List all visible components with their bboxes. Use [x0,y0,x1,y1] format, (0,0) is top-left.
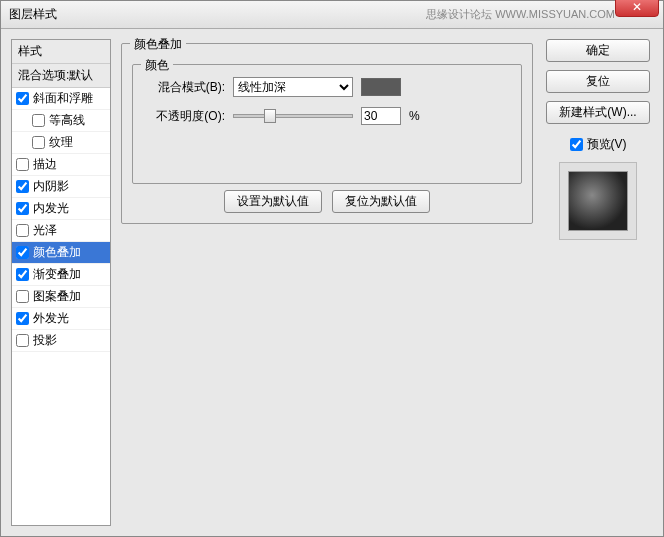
sidebar-item-label: 等高线 [49,112,85,129]
color-swatch[interactable] [361,78,401,96]
main-panel: 颜色叠加 颜色 混合模式(B): 线性加深 不透明度(O): [121,39,533,526]
sidebar-item-label: 纹理 [49,134,73,151]
opacity-label: 不透明度(O): [145,108,225,125]
sidebar-item-label: 投影 [33,332,57,349]
sidebar-item-label: 图案叠加 [33,288,81,305]
color-group: 颜色 混合模式(B): 线性加深 不透明度(O): [132,64,522,184]
sidebar-checkbox-3[interactable] [16,158,29,171]
close-icon: ✕ [632,0,642,14]
cancel-button[interactable]: 复位 [546,70,650,93]
opacity-row: 不透明度(O): % [145,107,509,125]
opacity-input[interactable] [361,107,401,125]
sidebar-item-label: 内发光 [33,200,69,217]
sidebar-checkbox-0[interactable] [16,92,29,105]
preview-check-row: 预览(V) [570,136,627,153]
sidebar-blend-options[interactable]: 混合选项:默认 [12,64,110,88]
opacity-unit: % [409,109,420,123]
opacity-slider[interactable] [233,114,353,118]
close-button[interactable]: ✕ [615,0,659,17]
ok-button[interactable]: 确定 [546,39,650,62]
sidebar-item-7[interactable]: 颜色叠加 [12,242,110,264]
sidebar-item-label: 渐变叠加 [33,266,81,283]
preview-thumbnail [568,171,628,231]
blend-mode-label: 混合模式(B): [145,79,225,96]
sidebar-checkbox-4[interactable] [16,180,29,193]
titlebar: 图层样式 思缘设计论坛 WWW.MISSYUAN.COM ✕ [1,1,663,29]
sidebar-item-0[interactable]: 斜面和浮雕 [12,88,110,110]
sidebar-item-10[interactable]: 外发光 [12,308,110,330]
preview-checkbox[interactable] [570,138,583,151]
sidebar-item-1[interactable]: 等高线 [12,110,110,132]
sidebar-item-3[interactable]: 描边 [12,154,110,176]
sidebar-item-9[interactable]: 图案叠加 [12,286,110,308]
sidebar-item-5[interactable]: 内发光 [12,198,110,220]
blend-mode-select[interactable]: 线性加深 [233,77,353,97]
sidebar-item-4[interactable]: 内阴影 [12,176,110,198]
section-title: 颜色叠加 [130,36,186,53]
sidebar-item-label: 颜色叠加 [33,244,81,261]
sidebar-checkbox-5[interactable] [16,202,29,215]
sidebar-item-label: 描边 [33,156,57,173]
sidebar-item-8[interactable]: 渐变叠加 [12,264,110,286]
sidebar-checkbox-9[interactable] [16,290,29,303]
slider-thumb[interactable] [264,109,276,123]
sidebar-checkbox-11[interactable] [16,334,29,347]
new-style-button[interactable]: 新建样式(W)... [546,101,650,124]
sidebar-item-11[interactable]: 投影 [12,330,110,352]
sidebar-checkbox-7[interactable] [16,246,29,259]
preview-label: 预览(V) [587,136,627,153]
blend-mode-row: 混合模式(B): 线性加深 [145,77,509,97]
sidebar-item-2[interactable]: 纹理 [12,132,110,154]
sidebar-item-label: 内阴影 [33,178,69,195]
defaults-button-row: 设置为默认值 复位为默认值 [132,190,522,213]
right-column: 确定 复位 新建样式(W)... 预览(V) [543,39,653,526]
sidebar-checkbox-1[interactable] [32,114,45,127]
group-title: 颜色 [141,57,173,74]
sidebar-checkbox-6[interactable] [16,224,29,237]
layer-style-dialog: 图层样式 思缘设计论坛 WWW.MISSYUAN.COM ✕ 样式 混合选项:默… [0,0,664,537]
sidebar-checkbox-8[interactable] [16,268,29,281]
sidebar-checkbox-2[interactable] [32,136,45,149]
sidebar-header[interactable]: 样式 [12,40,110,64]
styles-sidebar: 样式 混合选项:默认 斜面和浮雕等高线纹理描边内阴影内发光光泽颜色叠加渐变叠加图… [11,39,111,526]
sidebar-item-label: 外发光 [33,310,69,327]
sidebar-item-6[interactable]: 光泽 [12,220,110,242]
color-overlay-fieldset: 颜色叠加 颜色 混合模式(B): 线性加深 不透明度(O): [121,43,533,224]
watermark: 思缘设计论坛 WWW.MISSYUAN.COM [426,7,615,22]
sidebar-item-label: 光泽 [33,222,57,239]
content: 样式 混合选项:默认 斜面和浮雕等高线纹理描边内阴影内发光光泽颜色叠加渐变叠加图… [1,29,663,536]
reset-default-button[interactable]: 复位为默认值 [332,190,430,213]
sidebar-item-label: 斜面和浮雕 [33,90,93,107]
window-title: 图层样式 [9,6,426,23]
make-default-button[interactable]: 设置为默认值 [224,190,322,213]
sidebar-checkbox-10[interactable] [16,312,29,325]
